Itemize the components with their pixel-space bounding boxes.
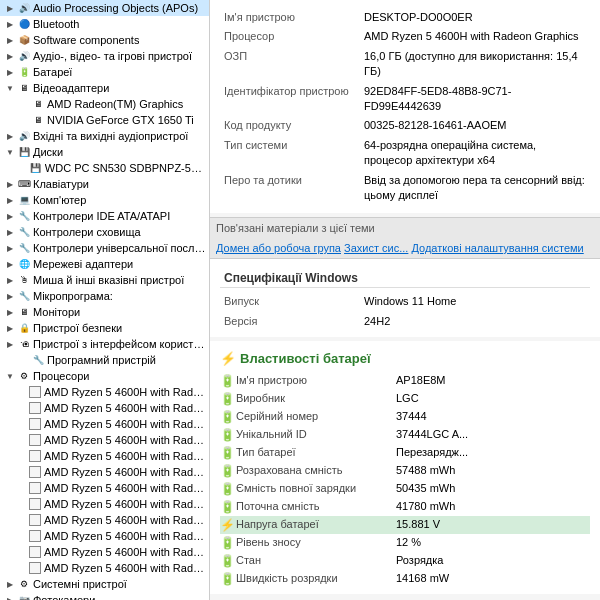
tree-item-cpu10[interactable]: AMD Ryzen 5 4600H with Radeon Graphics (0, 528, 209, 544)
tree-label-cpu5: AMD Ryzen 5 4600H with Radeon Graphics (44, 450, 207, 462)
tree-item-firmware[interactable]: ▶🔧Мікропрограма: (0, 288, 209, 304)
tree-item-hid[interactable]: ▶🖲Пристрої з інтерфейсом користувача (0, 336, 209, 352)
tree-label-hid: Пристрої з інтерфейсом користувача (33, 338, 207, 350)
sys-value-0: DESKTOP-DO0O0ER (360, 8, 590, 27)
tree-item-sw-device[interactable]: 🔧Програмний пристрій (0, 352, 209, 368)
topic-link-1[interactable]: Захист сис... (344, 242, 408, 254)
tree-label-sys-devices: Системні пристрої (33, 578, 127, 590)
win-label-1: Версія (220, 312, 360, 331)
tree-item-cpu5[interactable]: AMD Ryzen 5 4600H with Radeon Graphics (0, 448, 209, 464)
tree-item-cpu4[interactable]: AMD Ryzen 5 4600H with Radeon Graphics (0, 432, 209, 448)
tree-item-cpu8[interactable]: AMD Ryzen 5 4600H with Radeon Graphics (0, 496, 209, 512)
tree-item-cpu12[interactable]: AMD Ryzen 5 4600H with Radeon Graphics (0, 560, 209, 576)
tree-item-sys-devices[interactable]: ▶⚙Системні пристрої (0, 576, 209, 592)
expand-arrow-hid[interactable]: ▶ (4, 338, 16, 350)
expand-arrow-net-adapters[interactable]: ▶ (4, 258, 16, 270)
expand-arrow-firmware[interactable]: ▶ (4, 290, 16, 302)
tree-item-usb[interactable]: ▶🔧Контролери універсальної послідовної ш… (0, 240, 209, 256)
expand-arrow-mice[interactable]: ▶ (4, 274, 16, 286)
tree-item-net-adapters[interactable]: ▶🌐Мережеві адаптери (0, 256, 209, 272)
topic-link-2[interactable]: Додаткові налаштування системи (411, 242, 583, 254)
related-topics-bar: Пов'язані матеріали з цієї теми Домен аб… (210, 217, 600, 259)
tree-item-mice[interactable]: ▶🖱Миша й інші вказівні пристрої (0, 272, 209, 288)
sys-value-4: 00325-82128-16461-AAOEM (360, 116, 590, 135)
system-info-block: Ім'я пристроюDESKTOP-DO0O0ERПроцесорAMD … (210, 0, 600, 213)
expand-arrow-monitors[interactable]: ▶ (4, 306, 16, 318)
tree-item-audio-devices[interactable]: ▶🔊Вхідні та вихідні аудіопристрої (0, 128, 209, 144)
tree-label-nvidia: NVIDIA GeForce GTX 1650 Ti (47, 114, 194, 126)
battery-row-3: 🔋Унікальний ID37444LGC A... (220, 426, 590, 444)
tree-item-audio-video[interactable]: ▶🔊Аудіо-, відео- та ігрові пристрої (0, 48, 209, 64)
tree-icon-nvidia: 🖥 (31, 113, 45, 127)
tree-label-batteries: Батареї (33, 66, 72, 78)
win-spec-row-0: ВипускWindows 11 Home (220, 292, 590, 311)
tree-label-security: Пристрої безпеки (33, 322, 122, 334)
expand-arrow-keyboards[interactable]: ▶ (4, 178, 16, 190)
expand-arrow-usb[interactable]: ▶ (4, 242, 16, 254)
tree-item-cpu6[interactable]: AMD Ryzen 5 4600H with Radeon Graphics (0, 464, 209, 480)
tree-icon-cpu9 (28, 513, 42, 527)
tree-item-video-adapters[interactable]: ▼🖥Відеоадаптери (0, 80, 209, 96)
tree-label-cpu4: AMD Ryzen 5 4600H with Radeon Graphics (44, 434, 207, 446)
tree-item-processors[interactable]: ▼⚙Процесори (0, 368, 209, 384)
expand-arrow-batteries[interactable]: ▶ (4, 66, 16, 78)
tree-item-computer[interactable]: ▶💻Комп'ютер (0, 192, 209, 208)
expand-arrow-processors[interactable]: ▼ (4, 370, 16, 382)
tree-icon-batteries: 🔋 (17, 65, 31, 79)
expand-arrow-storage[interactable]: ▶ (4, 226, 16, 238)
sys-label-1: Процесор (220, 27, 360, 46)
tree-item-nvidia[interactable]: 🖥NVIDIA GeForce GTX 1650 Ti (0, 112, 209, 128)
sys-info-row-3: Ідентифікатор пристрою92ED84FF-5ED8-48B8… (220, 82, 590, 117)
battery-row-icon-8: ⚡ (220, 518, 236, 532)
tree-item-ide[interactable]: ▶🔧Контролери IDE ATA/ATAPI (0, 208, 209, 224)
battery-title-text: Властивості батареї (240, 351, 371, 366)
sys-value-3: 92ED84FF-5ED8-48B8-9C71-FD99E4442639 (360, 82, 590, 117)
topic-link-0[interactable]: Домен або робоча група (216, 242, 341, 254)
tree-icon-sys-devices: ⚙ (17, 577, 31, 591)
tree-item-cpu11[interactable]: AMD Ryzen 5 4600H with Radeon Graphics (0, 544, 209, 560)
tree-item-cpu2[interactable]: AMD Ryzen 5 4600H with Radeon Graphics (0, 400, 209, 416)
tree-item-disks[interactable]: ▼💾Диски (0, 144, 209, 160)
system-info-table: Ім'я пристроюDESKTOP-DO0O0ERПроцесорAMD … (220, 8, 590, 205)
device-manager-tree[interactable]: ▶🔊Audio Processing Objects (APOs)▶🔵Bluet… (0, 0, 210, 600)
tree-item-wdc[interactable]: 💾WDC PC SN530 SDBPNPZ-512G-1014 (0, 160, 209, 176)
tree-item-cpu3[interactable]: AMD Ryzen 5 4600H with Radeon Graphics (0, 416, 209, 432)
tree-label-cpu6: AMD Ryzen 5 4600H with Radeon Graphics (44, 466, 207, 478)
tree-item-cpu1[interactable]: AMD Ryzen 5 4600H with Radeon Graphics (0, 384, 209, 400)
expand-arrow-software[interactable]: ▶ (4, 34, 16, 46)
tree-item-amd-radeon[interactable]: 🖥AMD Radeon(TM) Graphics (0, 96, 209, 112)
expand-arrow-ide[interactable]: ▶ (4, 210, 16, 222)
sys-value-2: 16,0 ГБ (доступно для використання: 15,4… (360, 47, 590, 82)
expand-arrow-sys-devices[interactable]: ▶ (4, 578, 16, 590)
battery-value-8: 15.881 V (396, 518, 590, 530)
tree-item-security[interactable]: ▶🔒Пристрої безпеки (0, 320, 209, 336)
tree-item-batteries[interactable]: ▶🔋Батареї (0, 64, 209, 80)
windows-spec-block: Специфікації Windows ВипускWindows 11 Ho… (210, 259, 600, 337)
expand-arrow-security[interactable]: ▶ (4, 322, 16, 334)
tree-item-monitors[interactable]: ▶🖥Монітори (0, 304, 209, 320)
expand-arrow-bluetooth[interactable]: ▶ (4, 18, 16, 30)
expand-arrow-video-adapters[interactable]: ▼ (4, 82, 16, 94)
expand-arrow-apo[interactable]: ▶ (4, 2, 16, 14)
win-label-0: Випуск (220, 292, 360, 311)
battery-row-1: 🔋ВиробникLGC (220, 390, 590, 408)
tree-label-storage: Контролери сховища (33, 226, 141, 238)
tree-item-cpu9[interactable]: AMD Ryzen 5 4600H with Radeon Graphics (0, 512, 209, 528)
tree-item-keyboards[interactable]: ▶⌨Клавіатури (0, 176, 209, 192)
tree-item-apo[interactable]: ▶🔊Audio Processing Objects (APOs) (0, 0, 209, 16)
sys-info-row-4: Код продукту00325-82128-16461-AAOEM (220, 116, 590, 135)
expand-arrow-cameras[interactable]: ▶ (4, 594, 16, 600)
expand-arrow-computer[interactable]: ▶ (4, 194, 16, 206)
expand-arrow-audio-video[interactable]: ▶ (4, 50, 16, 62)
expand-arrow-disks[interactable]: ▼ (4, 146, 16, 158)
tree-label-cpu11: AMD Ryzen 5 4600H with Radeon Graphics (44, 546, 207, 558)
tree-icon-mice: 🖱 (17, 273, 31, 287)
tree-icon-video-adapters: 🖥 (17, 81, 31, 95)
tree-item-storage[interactable]: ▶🔧Контролери сховища (0, 224, 209, 240)
tree-item-cameras[interactable]: ▶📷Фотокамери (0, 592, 209, 600)
tree-item-cpu7[interactable]: AMD Ryzen 5 4600H with Radeon Graphics (0, 480, 209, 496)
expand-arrow-audio-devices[interactable]: ▶ (4, 130, 16, 142)
tree-item-software[interactable]: ▶📦Software components (0, 32, 209, 48)
battery-label-6: Ємність повної зарядки (236, 482, 396, 494)
tree-item-bluetooth[interactable]: ▶🔵Bluetooth (0, 16, 209, 32)
